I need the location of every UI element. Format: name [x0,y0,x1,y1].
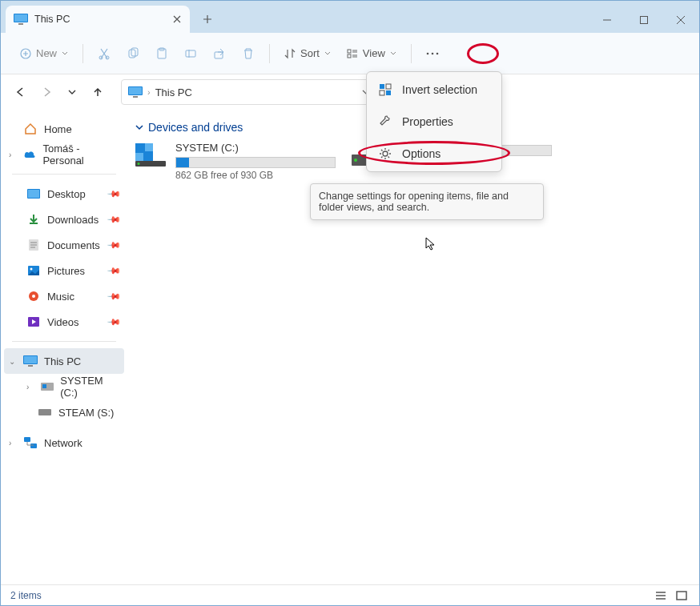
sort-label: Sort [300,47,320,59]
rename-button[interactable] [178,39,203,68]
pin-icon: 📌 [106,314,121,329]
more-icon [426,52,439,55]
recent-button[interactable] [60,80,84,104]
share-button[interactable] [207,39,232,68]
up-button[interactable] [86,80,110,104]
svg-rect-22 [28,190,39,198]
monitor-icon [23,355,38,367]
cloud-icon [22,150,36,159]
sidebar-item-home[interactable]: Home [4,116,124,142]
paste-button[interactable] [149,39,175,68]
home-icon [23,122,38,135]
svg-point-15 [427,52,429,54]
menu-item-invert-selection[interactable]: Invert selection [367,74,501,106]
forward-button[interactable] [34,80,58,104]
sidebar-label: STEAM (S:) [58,407,114,419]
more-button[interactable] [420,39,445,68]
status-bar: 2 items [1,584,699,605]
svg-point-27 [32,295,35,298]
sidebar-label: Pictures [47,265,85,277]
sidebar-label: Downloads [47,214,99,226]
svg-point-41 [138,163,140,165]
sort-button[interactable]: Sort [278,39,337,68]
tab-this-pc[interactable]: This PC [6,6,190,33]
tab-close-button[interactable] [172,14,182,24]
chevron-down-icon [390,51,396,55]
svg-rect-13 [348,50,351,53]
delete-button[interactable] [235,39,261,68]
svg-point-25 [30,268,33,271]
sidebar-label: SYSTEM (C:) [60,375,119,399]
download-icon [26,214,41,225]
svg-rect-30 [24,356,37,363]
drive-name: SYSTEM (C:) [175,142,336,154]
section-title: Devices and drives [148,121,243,134]
copy-icon [127,47,139,60]
gear-icon [378,147,392,160]
svg-rect-46 [386,84,391,89]
trash-icon [242,47,255,60]
sidebar-item-music[interactable]: Music 📌 [4,283,124,309]
chevron-right-icon[interactable]: › [9,439,17,447]
share-icon [213,47,226,60]
new-button[interactable]: New [14,39,74,68]
sidebar-item-personal[interactable]: › Tomáš - Personal [4,142,124,167]
title-bar: This PC [1,1,699,33]
minimize-button[interactable] [589,7,626,33]
sidebar-label: Network [44,437,82,449]
cut-button[interactable] [91,39,117,68]
chevron-right-icon[interactable]: › [26,383,34,391]
view-button[interactable]: View [340,39,403,68]
address-segment[interactable]: This PC [155,86,192,98]
menu-label: Options [402,147,441,160]
network-icon [23,437,38,448]
document-icon [26,239,41,251]
pin-icon: 📌 [106,186,121,201]
more-menu: Invert selection Properties Options [366,71,502,172]
svg-point-49 [383,151,388,156]
status-count: 2 items [10,590,42,601]
chevron-right-icon[interactable]: › [9,150,16,159]
menu-item-properties[interactable]: Properties [367,106,501,138]
sidebar-item-drive-c[interactable]: › SYSTEM (C:) [4,374,124,399]
content: Devices and drives SYSTEM (C:) 862 GB fr… [127,110,699,584]
back-button[interactable] [9,80,33,104]
body: Home › Tomáš - Personal Desktop 📌 Downlo… [1,110,699,584]
sidebar-item-network[interactable]: › Network [4,430,124,456]
details-view-button[interactable] [653,588,669,603]
sidebar-item-videos[interactable]: Videos 📌 [4,309,124,335]
sidebar-item-documents[interactable]: Documents 📌 [4,232,124,258]
svg-rect-31 [28,365,33,367]
sidebar-item-desktop[interactable]: Desktop 📌 [4,181,124,207]
new-label: New [36,47,57,59]
drive-item[interactable]: SYSTEM (C:) 862 GB free of 930 GB [135,142,336,181]
view-icon [347,48,358,59]
sidebar-item-pictures[interactable]: Pictures 📌 [4,258,124,283]
address-bar[interactable]: › This PC [121,79,377,105]
sort-icon [284,48,296,59]
svg-rect-45 [380,84,384,89]
sidebar-item-drive-s[interactable]: STEAM (S:) [4,399,124,425]
sidebar: Home › Tomáš - Personal Desktop 📌 Downlo… [1,110,127,584]
sidebar-item-downloads[interactable]: Downloads 📌 [4,207,124,232]
options-tooltip: Change settings for opening items, file … [310,183,544,220]
copy-button[interactable] [120,39,146,68]
maximize-button[interactable] [626,7,662,33]
menu-item-options[interactable]: Options [367,138,501,170]
close-window-button[interactable] [662,7,699,33]
drive-icon [38,409,52,415]
svg-point-16 [432,52,434,54]
new-tab-button[interactable] [195,6,220,33]
svg-rect-36 [30,443,37,448]
sidebar-item-this-pc[interactable]: ⌄ This PC [4,348,124,374]
tab-title: This PC [34,14,172,25]
pin-icon: 📌 [106,288,121,303]
svg-rect-39 [135,153,143,161]
sidebar-label: Desktop [47,188,86,200]
desktop-icon [26,189,41,199]
icons-view-button[interactable] [674,588,690,603]
drive-free-text: 862 GB free of 930 GB [175,170,336,181]
chevron-down-icon[interactable]: ⌄ [9,357,17,366]
music-icon [26,291,41,302]
pin-icon: 📌 [106,211,121,227]
